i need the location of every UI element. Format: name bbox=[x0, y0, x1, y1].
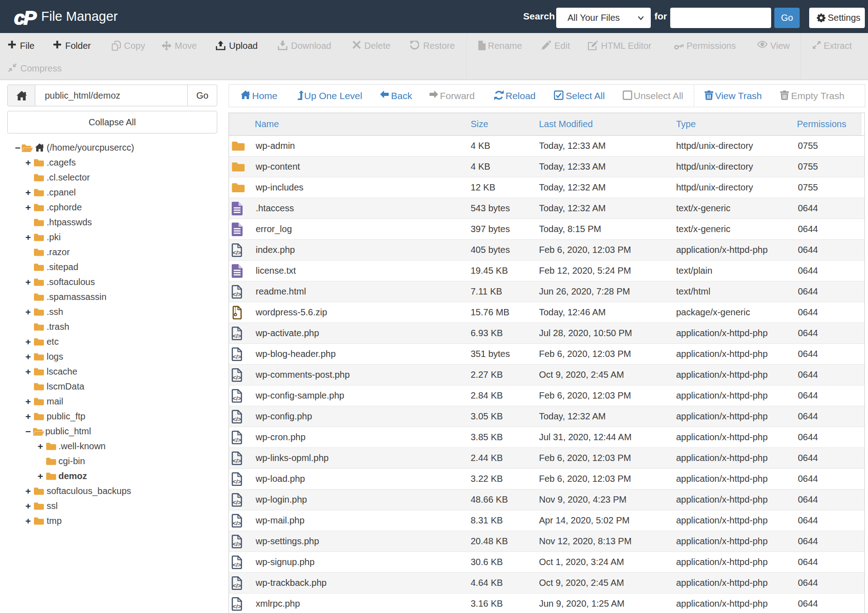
svg-text:</>: </> bbox=[233, 520, 242, 527]
svg-text:</>: </> bbox=[233, 249, 242, 256]
svg-text:</>: </> bbox=[233, 416, 242, 423]
svg-text:</>: </> bbox=[233, 457, 242, 464]
svg-text:</>: </> bbox=[233, 561, 242, 568]
svg-text:</>: </> bbox=[233, 374, 242, 381]
svg-text:</>: </> bbox=[233, 291, 242, 298]
svg-text:cP: cP bbox=[14, 7, 37, 29]
svg-text:</>: </> bbox=[233, 395, 242, 402]
svg-text:</>: </> bbox=[233, 478, 242, 485]
svg-text:</>: </> bbox=[233, 582, 242, 589]
svg-text:</>: </> bbox=[233, 603, 242, 610]
svg-text:</>: </> bbox=[233, 499, 242, 506]
svg-text:</>: </> bbox=[233, 353, 242, 360]
svg-text:</>: </> bbox=[233, 541, 242, 547]
svg-text:</>: </> bbox=[233, 437, 242, 443]
svg-text:</>: </> bbox=[233, 333, 242, 339]
